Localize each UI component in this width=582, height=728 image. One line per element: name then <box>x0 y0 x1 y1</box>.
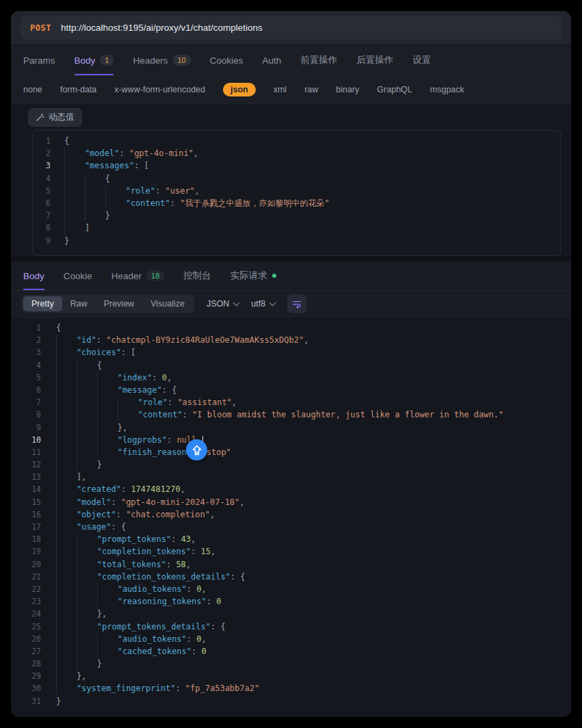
body-type-msgpack[interactable]: msgpack <box>430 85 464 94</box>
code-line: 2"model": "gpt-4o-mini", <box>33 147 560 159</box>
code-content: { <box>56 322 61 334</box>
indent-guide <box>56 446 77 458</box>
tab-cookies[interactable]: Cookies <box>210 45 243 75</box>
indent-guide <box>97 372 118 384</box>
view-mode-preview[interactable]: Preview <box>96 296 142 311</box>
editor-toolbar: 动态值 <box>11 104 571 130</box>
indent-guide <box>64 185 85 197</box>
tab-label: Body <box>23 271 44 281</box>
code-line: 12} <box>11 458 571 471</box>
body-type-row: noneform-datax-www-form-urlencodedjsonxm… <box>11 76 571 104</box>
response-tab-header[interactable]: Header18 <box>111 261 165 290</box>
view-mode-raw[interactable]: Raw <box>62 296 96 311</box>
tab-count-badge: 10 <box>172 55 190 66</box>
code-content: "audio_tokens": 0, <box>56 633 207 645</box>
indent-guide <box>85 197 105 209</box>
indent-guide <box>97 384 118 396</box>
indent-guide <box>64 222 85 234</box>
body-type-x-www-form-urlencoded[interactable]: x-www-form-urlencoded <box>114 85 205 94</box>
code-line: 17"usage": { <box>11 521 571 533</box>
tab-params[interactable]: Params <box>23 45 55 75</box>
response-tab-cookie[interactable]: Cookie <box>64 261 92 290</box>
code-line: 4{ <box>11 359 571 372</box>
indent-guide <box>77 421 97 434</box>
encoding-dropdown[interactable]: utf8 <box>251 299 275 309</box>
indent-guide <box>97 446 118 458</box>
indent-guide <box>64 147 85 159</box>
code-content: "messages": [ <box>64 159 149 172</box>
code-line: 11"finish_reason": "stop" <box>11 446 571 458</box>
tab-label: Headers <box>133 55 168 66</box>
tab-label: Auth <box>262 55 281 66</box>
tab-body[interactable]: Body1 <box>75 45 114 75</box>
line-number: 13 <box>11 471 41 483</box>
response-json-viewer[interactable]: 1{2"id": "chatcmpl-BY9zic84RaUleOe7WamAK… <box>11 317 571 717</box>
code-line: 10"logprobs": null, <box>11 434 571 446</box>
response-tab-实际请求[interactable]: 实际请求 <box>230 261 276 290</box>
url-input[interactable]: POST http://localhost:9195/ai/proxy/v1/c… <box>21 16 561 40</box>
tab-后置操作[interactable]: 后置操作 <box>356 45 393 75</box>
code-line: 16"object": "chat.completion", <box>11 508 571 521</box>
body-type-graphql[interactable]: GraphQL <box>377 85 412 94</box>
indent-guide <box>56 334 77 346</box>
body-type-binary[interactable]: binary <box>336 85 359 94</box>
caps-lock-indicator-button[interactable] <box>186 439 207 460</box>
request-url[interactable]: http://localhost:9195/ai/proxy/v1/chat/c… <box>61 23 263 33</box>
encoding-dropdown-value: utf8 <box>251 299 265 309</box>
code-content: "model": "gpt-4o-mini", <box>64 147 198 159</box>
code-line: 2"id": "chatcmpl-BY9zic84RaUleOe7WamAKss… <box>11 334 571 346</box>
body-type-form-data[interactable]: form-data <box>60 85 97 94</box>
body-type-none[interactable]: none <box>23 85 42 94</box>
dynamic-value-button[interactable]: 动态值 <box>28 108 82 127</box>
word-wrap-button[interactable] <box>287 294 306 313</box>
body-type-raw[interactable]: raw <box>304 85 318 94</box>
code-content: "cached_tokens": 0 <box>56 645 207 658</box>
view-mode-pretty[interactable]: Pretty <box>23 296 62 311</box>
code-content: "content": "我于杀戮之中盛放，亦如黎明中的花朵" <box>64 197 330 209</box>
line-number: 4 <box>11 359 41 372</box>
indent-guide <box>56 471 77 483</box>
code-line: 5"index": 0, <box>11 372 571 384</box>
line-number: 7 <box>11 396 41 408</box>
response-tab-控制台[interactable]: 控制台 <box>183 261 211 290</box>
body-type-json[interactable]: json <box>223 83 256 96</box>
view-mode-switcher: PrettyRawPreviewVisualize <box>22 295 194 313</box>
indent-guide <box>97 633 118 645</box>
code-content: }, <box>56 670 86 682</box>
indent-guide <box>105 197 126 209</box>
code-line: 8] <box>33 222 560 234</box>
indent-guide <box>77 595 97 608</box>
line-number: 5 <box>33 185 51 197</box>
code-line: 3"choices": [ <box>11 346 571 359</box>
line-number: 21 <box>11 571 41 583</box>
body-type-xml[interactable]: xml <box>274 85 287 94</box>
code-line: 19"completion_tokens": 15, <box>11 545 571 558</box>
tab-label: Params <box>23 55 55 66</box>
line-number: 8 <box>11 408 41 421</box>
request-json-editor[interactable]: 1{2"model": "gpt-4o-mini",3"messages": [… <box>32 130 561 256</box>
code-line: 18"prompt_tokens": 43, <box>11 533 571 545</box>
indent-guide <box>97 408 118 421</box>
tab-前置操作[interactable]: 前置操作 <box>300 45 337 75</box>
code-content: "system_fingerprint": "fp_7a53abb7a2" <box>56 682 259 694</box>
indent-guide <box>56 483 77 495</box>
indent-guide <box>56 434 77 446</box>
response-tab-body[interactable]: Body <box>23 261 44 290</box>
view-mode-visualize[interactable]: Visualize <box>142 296 193 311</box>
url-strip: POST http://localhost:9195/ai/proxy/v1/c… <box>11 11 571 45</box>
line-number: 1 <box>11 322 41 334</box>
tab-auth[interactable]: Auth <box>262 45 281 75</box>
code-line: 23"reasoning_tokens": 0 <box>11 595 571 608</box>
tab-headers[interactable]: Headers10 <box>133 45 190 75</box>
code-line: 30"system_fingerprint": "fp_7a53abb7a2" <box>11 682 571 694</box>
code-content: }, <box>56 608 107 620</box>
format-dropdown[interactable]: JSON <box>207 299 239 309</box>
line-number: 17 <box>11 521 41 533</box>
line-number: 23 <box>11 595 41 608</box>
indent-guide <box>105 185 126 197</box>
indent-guide <box>56 621 77 633</box>
indent-guide <box>56 421 77 434</box>
indent-guide <box>56 372 77 384</box>
tab-设置[interactable]: 设置 <box>412 45 431 75</box>
code-line: 7"role": "assistant", <box>11 396 571 408</box>
